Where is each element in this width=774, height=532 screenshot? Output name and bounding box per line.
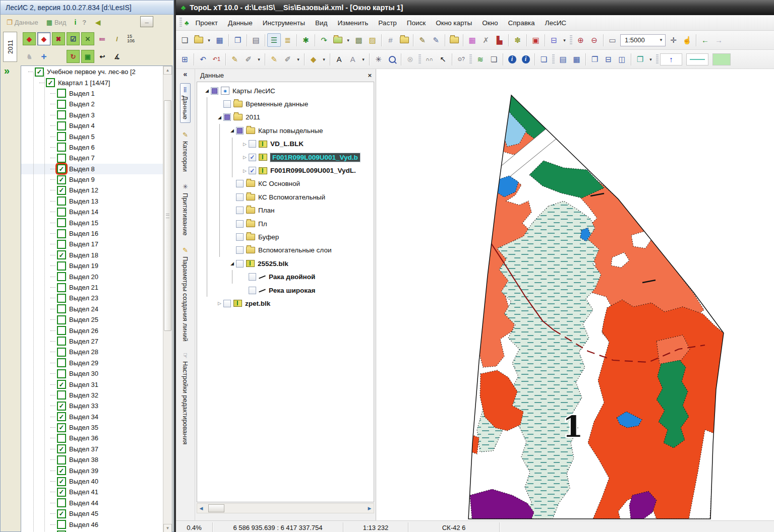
tree-row[interactable]: Выдел 28 [21, 347, 163, 357]
tree-row[interactable]: Выдел 3 [21, 110, 163, 120]
palette-button[interactable]: ▦ [465, 33, 479, 47]
forest-map[interactable]: 1 [376, 69, 774, 520]
edit-point-dropdown[interactable]: ▾ [255, 52, 263, 66]
hscrollbar-thumb[interactable] [208, 504, 224, 512]
tree-checkbox[interactable] [57, 520, 66, 529]
layer-label[interactable]: Временные данные [246, 100, 308, 108]
edit-line-button[interactable]: ✐ [281, 52, 294, 66]
year-tab[interactable]: 2011 [3, 32, 17, 62]
layer-label[interactable]: КС Вспомогательный [258, 193, 325, 201]
zoom-out-button[interactable]: ⊖ [587, 33, 601, 47]
map-window-button[interactable]: ▣ [529, 33, 543, 47]
tree-label[interactable]: Выдел 25 [69, 316, 98, 323]
tree-label[interactable]: Квартал 1 [14/47] [58, 79, 110, 87]
print-button[interactable]: ▤ [249, 33, 263, 47]
collapse-icon[interactable]: ◢ [228, 128, 236, 133]
new-layer-folder-button[interactable] [397, 33, 411, 47]
layer-row[interactable]: ◢2011 [198, 111, 374, 124]
folder-globe-dropdown[interactable]: ▾ [344, 33, 352, 47]
tree-label[interactable]: Учебное первое уч. лес-во [2 [47, 68, 136, 76]
tree-checkbox[interactable]: ✓ [57, 509, 66, 518]
legend-panel-toggle[interactable]: ≣ [281, 33, 294, 47]
tree-row[interactable]: ✓Выдел 39 [21, 465, 163, 476]
magnifier-button[interactable] [385, 52, 399, 66]
layer-label[interactable]: Пл [258, 220, 267, 228]
tree-label[interactable]: Выдел 35 [69, 424, 98, 431]
find-button[interactable]: ∩∩ [423, 52, 436, 66]
add-point-tool[interactable]: ✛ [37, 50, 50, 63]
vydel-draw-tool[interactable]: ◆ [23, 32, 36, 45]
layer-checkbox[interactable] [236, 233, 244, 241]
layer-row[interactable]: ▷zpet.blk [198, 297, 374, 310]
tree-label[interactable]: Выдел 14 [69, 208, 98, 216]
tree-label[interactable]: Выдел 46 [69, 521, 98, 528]
tree-label[interactable]: Выдел 27 [69, 338, 98, 345]
layer-row[interactable]: ▷VD_L.BLK [198, 138, 374, 151]
tab-edit-settings[interactable]: ☞Настройки редактирования [181, 350, 190, 447]
table-new-button[interactable]: ⊞ [178, 52, 192, 66]
tree-checkbox[interactable] [57, 218, 66, 227]
tree-checkbox[interactable] [57, 196, 66, 206]
layer-checkbox[interactable] [236, 180, 244, 187]
layer-label[interactable]: План [258, 207, 275, 214]
tree-checkbox[interactable] [57, 261, 66, 271]
tree-row[interactable]: Выдел 4 [21, 120, 163, 131]
layer-checkbox[interactable] [236, 246, 244, 254]
tree-checkbox[interactable] [57, 272, 66, 281]
toolbar-grip[interactable] [469, 54, 472, 64]
expand-icon[interactable]: ▷ [216, 301, 223, 306]
nav-back-button[interactable]: ← [698, 33, 712, 47]
raster-reload-button[interactable]: ▩ [352, 33, 366, 47]
edit-line-dropdown[interactable]: ▾ [294, 52, 302, 66]
tree-label[interactable]: Выдел 31 [69, 381, 98, 388]
layer-row[interactable]: Вспомогательные слои [198, 244, 374, 257]
open-project[interactable] [192, 33, 205, 47]
tree-checkbox[interactable] [57, 110, 66, 119]
tree-label[interactable]: Выдел 17 [69, 240, 98, 248]
tree-label[interactable]: Выдел 24 [69, 305, 98, 313]
layer-checkbox[interactable] [211, 87, 218, 95]
scroll-left-icon[interactable]: ◀ [197, 504, 205, 513]
tree-row[interactable]: Выдел 16 [21, 228, 163, 239]
scroll-right-icon[interactable]: ▶ [366, 504, 374, 513]
line-styles-button[interactable]: ≋ [473, 52, 487, 66]
tree-checkbox[interactable] [57, 455, 66, 464]
tree-checkbox[interactable]: ✓ [57, 466, 66, 475]
layer-checkbox[interactable] [236, 207, 244, 214]
data-menu[interactable]: ❐Данные [4, 18, 41, 27]
layer-checkbox[interactable] [249, 154, 256, 161]
tree-row[interactable]: Выдел 44 [21, 498, 163, 508]
tree-add-button[interactable]: ✱ [299, 33, 313, 47]
map-canvas[interactable]: 1 [376, 69, 774, 520]
tree-checkbox[interactable]: ✓ [57, 488, 66, 497]
tree-label[interactable]: Выдел 44 [69, 499, 98, 507]
layer-row[interactable]: КС Вспомогательный [198, 190, 374, 204]
layer-checkbox[interactable] [236, 220, 244, 228]
tree-row[interactable]: Выдел 36 [21, 433, 163, 443]
tree-row[interactable]: Выдел 15 [21, 217, 163, 228]
draw-text-button[interactable]: A [332, 52, 346, 66]
tree-label[interactable]: Выдел 13 [69, 197, 98, 205]
toolbar-grip[interactable] [570, 35, 572, 45]
doc-find-button[interactable]: ❏ [487, 52, 501, 66]
layer-checkbox[interactable] [249, 273, 256, 281]
legend-list[interactable]: ≔ [96, 32, 109, 45]
layer-label[interactable]: zpet.blk [245, 300, 270, 307]
tree-row[interactable]: Выдел 7 [21, 153, 163, 163]
expand-chevron-icon[interactable]: » [4, 65, 10, 77]
layer-label[interactable]: Карты повыдельные [258, 127, 323, 135]
tree-checkbox[interactable]: ✓ [57, 250, 66, 259]
arrow-style-swatch[interactable]: ↑ [660, 53, 682, 65]
map-form[interactable]: ▣ [81, 50, 94, 63]
draw-area-dropdown[interactable]: ▾ [320, 52, 328, 66]
expand-icon[interactable]: ▷ [241, 155, 249, 160]
tree-row[interactable]: ✓Квартал 1 [14/47] [21, 77, 163, 88]
layer-row[interactable]: ◢Карты повыдельные [198, 124, 374, 137]
tree-row[interactable]: Выдел 19 [21, 260, 163, 271]
layer-label[interactable]: КС Основной [258, 180, 300, 187]
layer-label[interactable]: F001R099L009U001_Vyd.b [270, 153, 360, 162]
tree-row[interactable]: Выдел 38 [21, 454, 163, 465]
info-icon[interactable]: i [74, 18, 76, 26]
collapse-icon[interactable]: ◢ [228, 261, 236, 266]
edit-text-dropdown[interactable]: ▾ [360, 52, 367, 66]
